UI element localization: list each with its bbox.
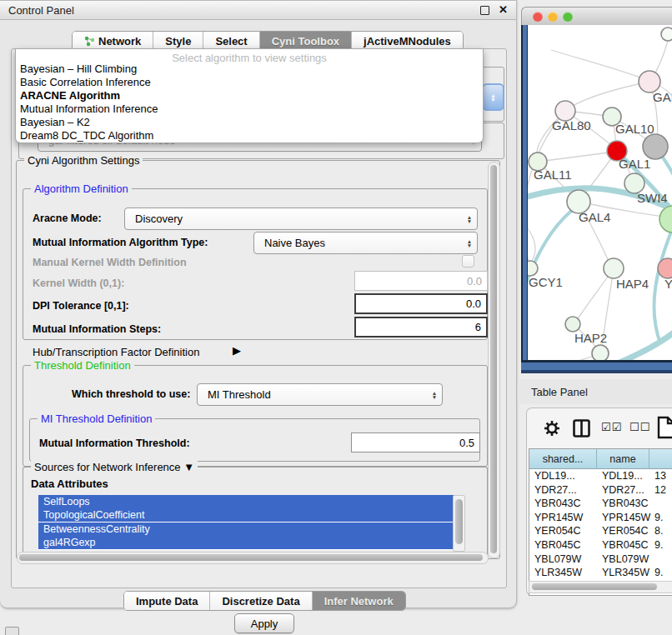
column-header-name[interactable]: name: [597, 449, 649, 469]
table-hscrollbar[interactable]: [529, 581, 672, 593]
node-table[interactable]: shared...nameYDL19...YDL19...13YDR27...Y…: [529, 448, 672, 596]
table-cell[interactable]: YDL19...: [597, 469, 654, 483]
close-icon[interactable]: ✕: [499, 3, 508, 16]
table-cell[interactable]: 9.: [649, 511, 672, 525]
tab-impute-data[interactable]: Impute Data: [124, 592, 210, 610]
dpi-tolerance-field[interactable]: 0.0: [354, 293, 488, 314]
hub-expand-arrow-icon[interactable]: ▶: [233, 344, 241, 357]
manual-kernel-width-label: Manual Kernel Width Definition: [33, 257, 187, 268]
manual-kernel-width-checkbox[interactable]: [462, 255, 474, 268]
control-panel-titlebar[interactable]: Control Panel ✕: [0, 1, 516, 20]
mac-close-button[interactable]: [533, 12, 543, 22]
settings-hscrollbar[interactable]: [17, 552, 489, 564]
tab-cyni-toolbox[interactable]: Cyni Toolbox: [260, 32, 352, 50]
settings-vscrollbar[interactable]: [488, 162, 500, 558]
tab-network[interactable]: Network: [73, 32, 153, 50]
network-edge[interactable]: [534, 353, 600, 360]
tab-discretize-data[interactable]: Discretize Data: [210, 592, 312, 610]
table-cell[interactable]: YBR045C: [597, 538, 654, 552]
network-window-titlebar[interactable]: [521, 7, 672, 27]
algorithm-option[interactable]: Bayesian – K2: [20, 116, 479, 129]
sources-title: Sources for Network Inference ▼: [31, 461, 198, 473]
table-cell[interactable]: YBR043C: [597, 497, 654, 511]
network-edge[interactable]: [538, 152, 615, 162]
attribute-item[interactable]: SelfLoops: [38, 495, 458, 508]
float-panel-icon[interactable]: [5, 627, 19, 635]
document-icon[interactable]: [657, 416, 672, 442]
table-cell[interactable]: YER054C: [529, 524, 601, 538]
algorithm-option[interactable]: Bayesian – Hill Climbing: [20, 62, 479, 76]
table-cell[interactable]: YPR145W: [597, 511, 654, 525]
table-cell[interactable]: YBL079W: [597, 552, 654, 567]
apply-button[interactable]: Apply: [234, 613, 294, 633]
attribute-item[interactable]: gal4RGexp: [38, 536, 458, 549]
table-cell[interactable]: YBR043C: [529, 497, 601, 511]
table-panel-titlebar[interactable]: Table Panel: [518, 379, 672, 404]
mi-algorithm-type-combobox[interactable]: Naive Bayes ▲▼: [253, 232, 478, 254]
attribute-item[interactable]: TopologicalCoefficient: [38, 508, 458, 522]
mac-minimize-button[interactable]: [548, 12, 558, 22]
table-cell[interactable]: 13: [649, 469, 672, 483]
network-node-hap4[interactable]: [604, 258, 624, 278]
network-edge[interactable]: [551, 50, 642, 78]
table-cell[interactable]: YBR045C: [529, 538, 601, 552]
table-cell[interactable]: YPR145W: [529, 511, 601, 525]
tab-infer-network[interactable]: Infer Network: [313, 592, 405, 610]
split-columns-icon[interactable]: [573, 419, 590, 441]
network-edge[interactable]: [528, 221, 535, 265]
mi-steps-value: 6: [475, 321, 481, 333]
aracne-mode-combobox[interactable]: Discovery ▲▼: [124, 208, 478, 230]
table-cell[interactable]: 9.: [649, 538, 672, 552]
table-cell[interactable]: [649, 552, 672, 567]
column-header-shared...[interactable]: shared...: [529, 449, 597, 469]
table-cell[interactable]: YDR27...: [597, 483, 654, 498]
mac-zoom-button[interactable]: [563, 12, 573, 22]
table-cell[interactable]: YLR345W: [597, 566, 654, 580]
node-label: GAL11: [534, 168, 572, 182]
algorithm-option[interactable]: Dream8 DC_TDC Algorithm: [20, 129, 479, 142]
table-cell[interactable]: 9.: [649, 566, 672, 580]
restore-icon[interactable]: [480, 6, 489, 15]
table-cell[interactable]: 12: [649, 483, 672, 498]
network-edge[interactable]: [567, 82, 649, 109]
table-cell[interactable]: YLR345W: [529, 566, 601, 580]
table-cell[interactable]: YDL19...: [529, 469, 601, 483]
data-attributes-list[interactable]: SelfLoopsTopologicalCoefficientBetweenne…: [38, 495, 464, 550]
network-node-hap2[interactable]: [565, 317, 580, 332]
network-node[interactable]: [661, 28, 672, 41]
attribute-item[interactable]: BetweennessCentrality: [38, 522, 458, 536]
network-node-gcy1[interactable]: [528, 261, 538, 276]
tab-jactivemnodules[interactable]: jActiveMNodules: [352, 32, 463, 50]
gear-icon[interactable]: [544, 420, 560, 440]
mi-threshold-field[interactable]: 0.5: [351, 432, 480, 452]
table-cell[interactable]: YER054C: [597, 524, 654, 538]
table-cell[interactable]: 8.: [649, 524, 672, 538]
combo-stepper-arrows-icon: ▲▼: [490, 93, 495, 102]
checked-boxes-icon[interactable]: ☑☑: [601, 421, 622, 433]
network-node-y[interactable]: [658, 258, 672, 278]
table-panel: ☑☑ ☐☐ shared...nameYDL19...YDL19...13YDR…: [526, 408, 672, 596]
network-node[interactable]: [592, 345, 609, 360]
table-cell[interactable]: [649, 497, 672, 511]
combo-stepper-arrows-icon: ▲▼: [462, 239, 477, 248]
table-cell[interactable]: YDR27...: [529, 483, 601, 498]
sources-collapse-arrow-icon[interactable]: ▼: [183, 461, 194, 473]
table-cell[interactable]: YBL079W: [529, 552, 601, 567]
network-node[interactable]: [643, 134, 668, 159]
attr-list-vscrollbar[interactable]: [453, 495, 465, 552]
kernel-width-field[interactable]: 0.0: [354, 271, 488, 291]
which-threshold-combobox[interactable]: MI Threshold ▲▼: [197, 383, 443, 406]
column-header-col2[interactable]: [649, 449, 672, 469]
algorithm-option[interactable]: Basic Correlation Inference: [20, 76, 479, 89]
network-canvas[interactable]: GALGAL80GAL10GAL1GAL11SWI4GAL4GCY1HAP4YH…: [528, 25, 672, 360]
control-panel-window: Control Panel ✕ NetworkStyleSelectCyni T…: [0, 0, 517, 608]
algorithm-combobox-focused-stepper[interactable]: ▲▼: [482, 83, 504, 111]
algorithm-option[interactable]: ARACNE Algorithm: [20, 89, 479, 102]
unchecked-boxes-icon[interactable]: ☐☐: [629, 421, 650, 433]
mi-steps-label: Mutual Information Steps:: [33, 323, 161, 335]
tab-select[interactable]: Select: [203, 32, 259, 50]
network-node[interactable]: [659, 206, 672, 232]
tab-style[interactable]: Style: [153, 32, 203, 50]
mi-steps-field[interactable]: 6: [354, 317, 488, 338]
algorithm-option[interactable]: Mutual Information Inference: [20, 102, 479, 116]
